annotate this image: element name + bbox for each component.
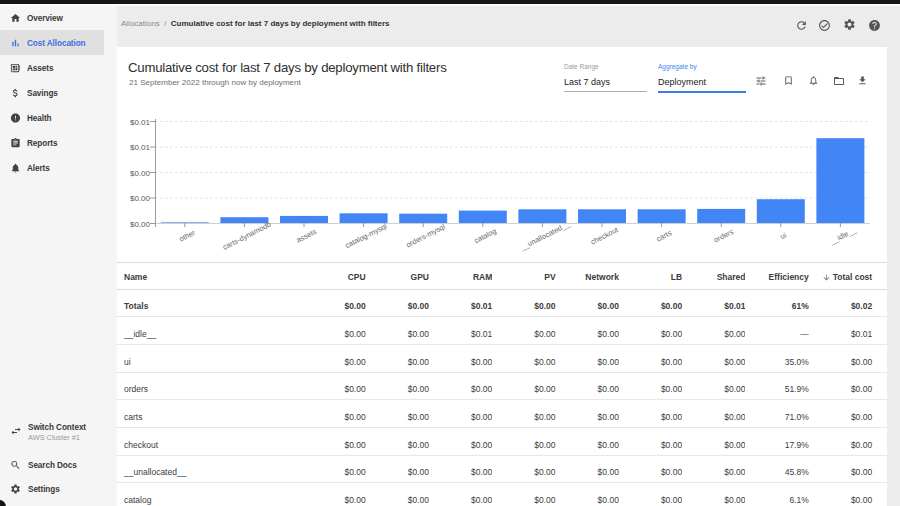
svg-text:catalog-mysql: catalog-mysql <box>344 221 389 250</box>
svg-text:carts-dynamodb: carts-dynamodb <box>221 220 272 252</box>
svg-text:assets: assets <box>295 227 318 245</box>
svg-text:$0.00: $0.00 <box>130 220 151 229</box>
svg-text:orders: orders <box>712 227 735 245</box>
svg-text:$0.00: $0.00 <box>130 169 151 178</box>
svg-text:ui: ui <box>779 230 789 241</box>
svg-text:orders-mysql: orders-mysql <box>404 222 446 250</box>
svg-text:$0.01: $0.01 <box>130 143 151 152</box>
svg-text:$0.01: $0.01 <box>130 118 151 127</box>
svg-text:__idle__: __idle__ <box>827 225 858 247</box>
svg-text:__unallocated__: __unallocated__ <box>518 219 572 253</box>
svg-text:catalog: catalog <box>472 226 497 245</box>
svg-text:checkout: checkout <box>589 225 619 246</box>
svg-text:other: other <box>178 228 198 244</box>
svg-text:$0.00: $0.00 <box>130 194 151 203</box>
svg-text:carts: carts <box>655 228 674 243</box>
